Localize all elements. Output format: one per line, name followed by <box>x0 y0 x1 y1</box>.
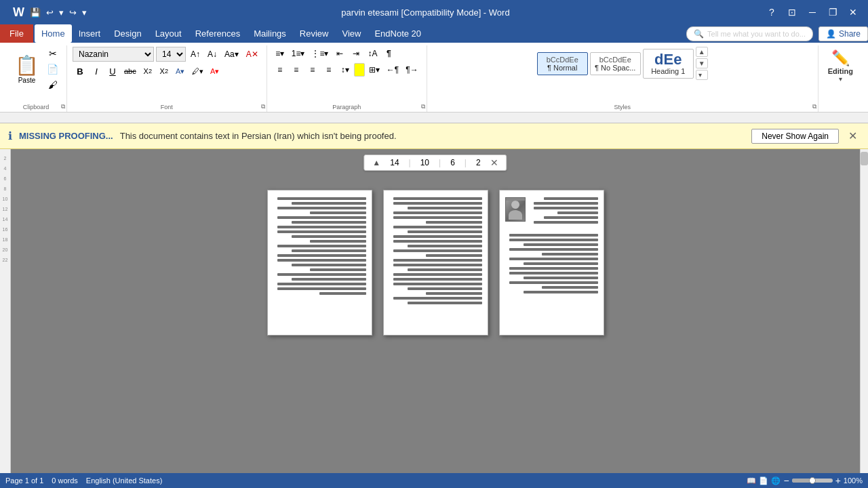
clipboard-launcher[interactable]: ⧉ <box>61 103 65 110</box>
copy-button[interactable]: 📄 <box>44 62 61 76</box>
style-normal[interactable]: bCcDdEe ¶ Normal <box>537 52 588 75</box>
text-line <box>292 202 366 205</box>
text-line <box>408 302 482 304</box>
minimize-button[interactable]: ─ <box>803 3 822 22</box>
tab-references[interactable]: References <box>189 24 247 43</box>
tab-design[interactable]: Design <box>107 24 148 43</box>
tab-review[interactable]: Review <box>293 24 336 43</box>
show-formatting-button[interactable]: ¶ <box>381 47 396 60</box>
sort-button[interactable]: ↕A <box>365 47 380 60</box>
redo-button[interactable]: ↪ <box>67 6 79 19</box>
borders-button[interactable]: ⊞▾ <box>366 63 382 77</box>
line-spacing-button[interactable]: ↕▾ <box>338 63 353 77</box>
tab-mailings[interactable]: Mailings <box>247 24 293 43</box>
ruler-4: 4 <box>4 166 7 171</box>
close-notification-button[interactable]: ✕ <box>846 128 860 144</box>
cut-button[interactable]: ✂ <box>44 47 61 60</box>
text-line <box>393 240 481 243</box>
increase-font-button[interactable]: A↑ <box>188 47 203 61</box>
page-count-label: Page 1 of 1 <box>5 476 43 485</box>
underline-button[interactable]: U <box>105 64 120 78</box>
zoom-slider[interactable] <box>792 479 833 483</box>
bullets-button[interactable]: ≡▾ <box>273 47 288 60</box>
decrease-font-button[interactable]: A↓ <box>205 47 220 61</box>
align-right-button[interactable]: ≡ <box>305 63 320 77</box>
format-painter-button[interactable]: 🖌 <box>44 78 61 92</box>
zoom-14[interactable]: 14 <box>387 157 401 168</box>
ltr-button[interactable]: ¶→ <box>403 63 420 77</box>
scrollbar-thumb[interactable] <box>861 152 868 165</box>
tab-layout[interactable]: Layout <box>149 24 189 43</box>
paragraph-launcher[interactable]: ⧉ <box>421 103 425 110</box>
multilevel-list-button[interactable]: ⋮≡▾ <box>309 47 331 60</box>
help-button[interactable]: ? <box>762 3 781 22</box>
styles-scroll-down[interactable]: ▼ <box>696 58 708 68</box>
styles-scroll-up[interactable]: ▲ <box>696 47 708 57</box>
close-button[interactable]: ✕ <box>844 3 863 22</box>
save-button[interactable]: 💾 <box>28 6 43 19</box>
qat-dropdown[interactable]: ▾ <box>80 6 89 19</box>
read-view-button[interactable]: 📖 <box>747 476 756 485</box>
tab-home[interactable]: Home <box>35 24 72 43</box>
highlight-color-button[interactable]: 🖊▾ <box>189 64 206 78</box>
zoom-in-button[interactable]: + <box>835 475 841 486</box>
text-line <box>310 240 366 243</box>
align-center-button[interactable]: ≡ <box>289 63 304 77</box>
text-line <box>277 283 366 285</box>
zoom-2[interactable]: 2 <box>473 157 484 168</box>
style-no-spacing[interactable]: bCcDdEe ¶ No Spac... <box>590 52 641 75</box>
print-view-button[interactable]: 📄 <box>759 476 768 485</box>
never-show-again-button[interactable]: Never Show Again <box>751 129 839 144</box>
font-color-button[interactable]: A▾ <box>208 64 222 78</box>
tab-view[interactable]: View <box>335 24 368 43</box>
font-launcher[interactable]: ⧉ <box>261 103 265 110</box>
text-line <box>524 291 598 293</box>
numbering-button[interactable]: 1≡▾ <box>289 47 308 60</box>
document-page-1[interactable] <box>267 190 372 336</box>
zoom-out-button[interactable]: − <box>783 475 789 486</box>
text-line <box>426 221 481 224</box>
ribbon-display-button[interactable]: ⊡ <box>783 3 802 22</box>
document-page-3[interactable] <box>499 190 604 336</box>
strikethrough-button[interactable]: abc <box>121 64 139 78</box>
text-effects-button[interactable]: A▾ <box>173 64 188 78</box>
web-view-button[interactable]: 🌐 <box>771 476 781 485</box>
change-case-button[interactable]: Aa▾ <box>222 47 241 61</box>
editing-dropdown[interactable]: ▾ <box>839 75 842 83</box>
style-heading-bottom-label: Heading 1 <box>648 67 689 75</box>
tell-me-input[interactable]: 🔍 Tell me what you want to do... <box>686 26 813 41</box>
share-button[interactable]: 👤 Share <box>818 26 868 41</box>
font-size-select[interactable]: 14 <box>156 47 186 62</box>
align-left-button[interactable]: ≡ <box>273 63 288 77</box>
italic-button[interactable]: I <box>89 64 104 78</box>
clear-formatting-button[interactable]: A✕ <box>243 47 261 61</box>
zoom-triangle-icon: ▲ <box>370 157 383 168</box>
zoom-10[interactable]: 10 <box>418 157 432 168</box>
increase-indent-button[interactable]: ⇥ <box>349 47 363 60</box>
style-heading1[interactable]: dEe Heading 1 <box>643 49 694 79</box>
bold-button[interactable]: B <box>73 64 87 78</box>
paste-button[interactable]: 📋 Paste <box>11 52 43 87</box>
document-page-2[interactable] <box>383 190 488 336</box>
restore-button[interactable]: ❐ <box>823 3 842 22</box>
superscript-button[interactable]: X2 <box>157 64 172 78</box>
styles-expand[interactable]: ▾ <box>696 70 708 80</box>
shading-button[interactable] <box>354 63 365 77</box>
editing-content: ✏️ Editing ▾ <box>824 47 857 83</box>
vertical-scrollbar[interactable] <box>860 149 868 473</box>
zoom-slider-thumb[interactable] <box>809 477 816 484</box>
zoom-close-button[interactable]: ✕ <box>488 157 501 169</box>
undo-dropdown[interactable]: ▾ <box>57 6 66 19</box>
tab-endnote[interactable]: EndNote 20 <box>368 24 428 43</box>
font-name-select[interactable]: Nazanin <box>73 47 154 62</box>
menu-file[interactable]: File <box>0 24 33 43</box>
undo-button[interactable]: ↩ <box>44 6 56 19</box>
tab-insert[interactable]: Insert <box>72 24 108 43</box>
justify-button[interactable]: ≡ <box>321 63 336 77</box>
subscript-button[interactable]: X2 <box>140 64 155 78</box>
rtl-button[interactable]: ←¶ <box>384 63 401 77</box>
zoom-6[interactable]: 6 <box>448 157 458 168</box>
decrease-indent-button[interactable]: ⇤ <box>332 47 347 60</box>
text-line <box>393 297 481 300</box>
styles-launcher[interactable]: ⧉ <box>812 103 816 110</box>
